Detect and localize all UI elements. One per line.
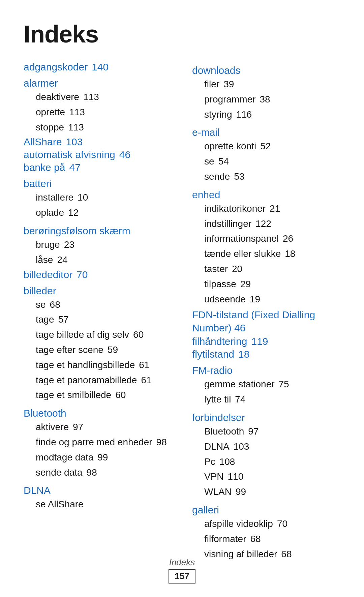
sub-item: filer39 [192, 77, 340, 92]
sub-label: tage efter scene [36, 342, 103, 358]
sub-num: 24 [57, 252, 67, 268]
sub-item: tage efter scene59 [24, 342, 172, 358]
index-entry: alarmerdeaktivere113oprette113stoppe113 [24, 74, 172, 135]
sub-item: Bluetooth97 [192, 424, 340, 439]
index-heading: billededitor70 [24, 269, 88, 280]
sub-item: gemme stationer75 [192, 377, 340, 392]
sub-num: 113 [68, 120, 84, 135]
index-entry: downloadsfiler39programmer38styring116 [192, 61, 340, 122]
sub-label: filer [204, 77, 219, 92]
sub-item: tage billede af dig selv60 [24, 327, 172, 342]
sub-item: udseende19 [192, 292, 340, 307]
index-entry: billededitor70 [24, 269, 172, 280]
sub-num: 68 [250, 532, 261, 547]
sub-item: DLNA103 [192, 439, 340, 454]
index-entry: billederse68tage57tage billede af dig se… [24, 282, 172, 403]
index-entry: enhedindikatorikoner21indstillinger122in… [192, 186, 340, 307]
index-entry: Bluetoothaktivere97finde og parre med en… [24, 404, 172, 480]
sub-num: 98 [87, 465, 97, 480]
sub-item: tage et handlingsbillede61 [24, 358, 172, 373]
sub-item: VPN110 [192, 469, 340, 484]
sub-label: tage et smilbillede [36, 388, 111, 403]
sub-label: stoppe [36, 120, 64, 135]
sub-item: indikatorikoner21 [192, 201, 340, 216]
index-entry: DLNAse AllShare [24, 481, 172, 512]
sub-num: 61 [141, 373, 151, 388]
sub-label: indikatorikoner [204, 201, 266, 216]
sub-num: 110 [228, 469, 244, 484]
sub-label: indstillinger [204, 216, 251, 232]
sub-num: 10 [78, 190, 88, 205]
sub-item: tilpasse29 [192, 277, 340, 292]
sub-label: se [204, 154, 214, 169]
sub-num: 26 [283, 231, 293, 246]
sub-label: Pc [204, 454, 215, 470]
sub-label: tage et handlingsbillede [36, 358, 135, 373]
index-heading: FDN-tilstand (Fixed Dialling Number) 46 [192, 309, 315, 333]
sub-num: 113 [69, 105, 85, 120]
sub-num: 60 [133, 327, 144, 342]
sub-num: 122 [255, 216, 271, 232]
sub-label: filformater [204, 532, 246, 547]
sub-label: tage et panoramabillede [36, 373, 137, 388]
index-content: adgangskoder140alarmerdeaktivere113opret… [24, 61, 340, 563]
sub-num: 116 [236, 107, 252, 122]
sub-num: 61 [139, 358, 149, 373]
index-heading: alarmer [24, 78, 172, 89]
sub-label: oprette konti [204, 139, 256, 154]
sub-item: se68 [24, 297, 172, 312]
index-entry: berøringsfølsom skærmbruge23låse24 [24, 222, 172, 268]
sub-item: deaktivere113 [24, 90, 172, 105]
index-heading: berøringsfølsom skærm [24, 225, 172, 237]
sub-label: gemme stationer [204, 377, 275, 392]
index-heading: FM-radio [192, 365, 340, 376]
sub-num: 53 [234, 169, 244, 184]
index-heading: e-mail [192, 127, 340, 138]
index-heading: banke på47 [24, 162, 81, 173]
sub-item: oplade12 [24, 205, 172, 220]
index-heading: downloads [192, 65, 340, 76]
sub-label: bruge [36, 237, 60, 252]
sub-label: se AllShare [36, 497, 84, 512]
sub-num: 97 [73, 420, 83, 435]
index-heading: AllShare103 [24, 136, 83, 147]
sub-label: afspille videoklip [204, 516, 273, 532]
sub-item: installere10 [24, 190, 172, 205]
sub-label: sende data [36, 465, 83, 480]
sub-label: DLNA [204, 439, 230, 454]
sub-item: bruge23 [24, 237, 172, 252]
sub-num: 39 [223, 77, 234, 92]
index-entry: flytilstand18 [192, 349, 340, 360]
sub-num: 18 [285, 246, 295, 262]
sub-label: låse [36, 252, 53, 268]
index-entry: galleriafspille videoklip70filformater68… [192, 501, 340, 562]
sub-item: oprette113 [24, 105, 172, 120]
sub-num: 29 [240, 277, 251, 292]
sub-label: tænde eller slukke [204, 246, 281, 262]
sub-label: finde og parre med enheder [36, 435, 152, 450]
sub-num: 20 [232, 262, 242, 277]
sub-item: WLAN99 [192, 484, 340, 500]
sub-num: 99 [236, 484, 246, 500]
index-heading: automatisk afvisning46 [24, 149, 130, 160]
sub-num: 21 [270, 201, 280, 216]
index-heading: flytilstand18 [192, 349, 249, 360]
sub-item: tænde eller slukke18 [192, 246, 340, 262]
sub-label: programmer [204, 92, 255, 107]
index-entry: AllShare103 [24, 136, 172, 148]
sub-label: oplade [36, 205, 64, 220]
sub-item: programmer38 [192, 92, 340, 107]
index-entry: e-mailoprette konti52se54sende53 [192, 123, 340, 184]
sub-label: WLAN [204, 484, 232, 500]
sub-num: 70 [277, 516, 287, 532]
sub-item: låse24 [24, 252, 172, 268]
sub-num: 75 [279, 377, 289, 392]
index-heading: filhåndtering119 [192, 336, 268, 347]
sub-item: lytte til74 [192, 392, 340, 407]
sub-label: modtage data [36, 450, 93, 465]
index-entry: banke på47 [24, 162, 172, 173]
sub-num: 23 [64, 237, 74, 252]
sub-item: Pc108 [192, 454, 340, 470]
sub-num: 97 [248, 424, 259, 439]
sub-label: taster [204, 262, 228, 277]
